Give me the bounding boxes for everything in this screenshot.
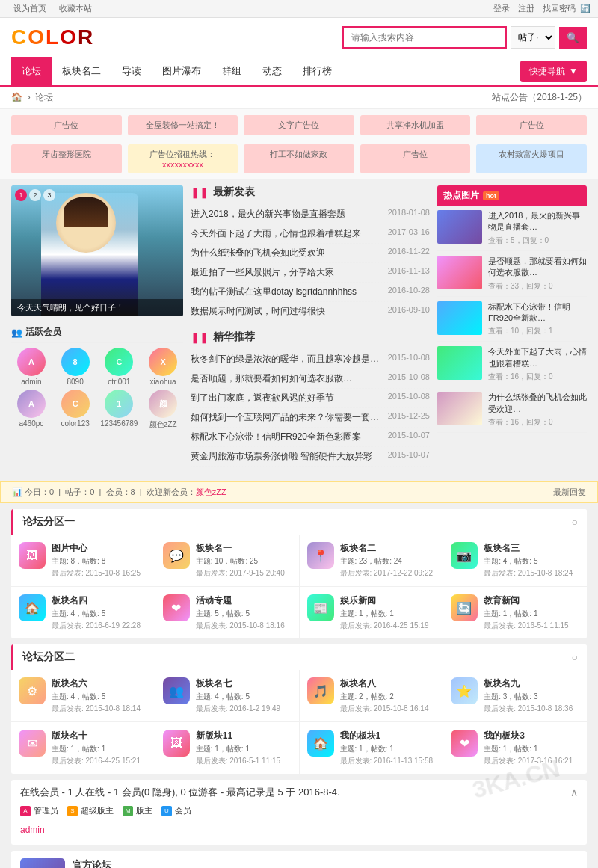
forum-item-3[interactable]: 📷 板块名三 主题: 4，帖数: 5 最后发表: 2015-10-8 18:24 (443, 535, 587, 586)
member-a460pc[interactable]: A a460pc (11, 390, 52, 430)
member-ctrl001[interactable]: C ctrl001 (99, 348, 140, 386)
hot-title-3[interactable]: 标配水下心泳带！信明FR920全新款… (488, 301, 587, 324)
forum-item-activity[interactable]: ❤ 活动专题 主题: 5，帖数: 5 最后发表: 2015-10-8 18:16 (155, 587, 299, 638)
collapse-section-2-button[interactable]: ○ (572, 651, 578, 663)
banner-dot-2[interactable]: 2 (29, 189, 41, 201)
forum-item-2[interactable]: 📍 板块名二 主题: 23，帖数: 24 最后发表: 2017-12-22 09… (300, 535, 443, 586)
ad-8[interactable]: 打工不如做家政 (244, 144, 354, 173)
banner-caption: 今天天气晴朗，见个好日子！ (11, 299, 183, 316)
post-title-4[interactable]: 最近拍了一些风景照片，分享给大家 (191, 266, 380, 279)
forum-link[interactable]: 论坛 (35, 92, 53, 102)
nav-item-guide[interactable]: 导读 (111, 57, 152, 85)
post-title-2[interactable]: 今天外面下起了大雨，心情也跟着槽糕起来 (191, 227, 380, 240)
login-link[interactable]: 登录 (493, 4, 510, 13)
featured-title-5[interactable]: 标配水下心泳带！信明FR920全新色彩圈案 (191, 431, 380, 443)
hot-title-1[interactable]: 进入2018，最火的新兴事物是直播套… (488, 210, 587, 233)
member-123456789[interactable]: 1 123456789 (99, 390, 140, 430)
ad-9[interactable]: 广告位 (360, 144, 471, 173)
latest-reply-link[interactable]: 最新回复 (553, 487, 586, 498)
forum-item-1[interactable]: 💬 板块名一 主题: 10，帖数: 25 最后发表: 2017-9-15 20:… (155, 535, 299, 586)
site-notice[interactable]: 站点公告（2018-1-25） (492, 91, 587, 104)
featured-title-2[interactable]: 是否顺题，那就要看如何如何选衣服散… (191, 372, 380, 385)
post-title-1[interactable]: 进入2018，最火的新兴事物是直播套题 (191, 208, 380, 221)
left-panel: 1 2 3 今天天气晴朗，见个好日子！ 👥 活跃会员 A admin 8 809… (11, 185, 183, 475)
forum-item-myboard3[interactable]: ❤ 我的板块3 主题: 1，帖数: 1 最后发表: 2017-3-16 16:2… (443, 722, 587, 774)
search-button[interactable]: 🔍 (559, 27, 587, 49)
ad-5[interactable]: 广告位 (476, 115, 587, 135)
featured-title-6[interactable]: 黄金周旅游市场票务涨价啦 智能硬件大放异彩 (191, 450, 380, 463)
post-title-6[interactable]: 数据展示时间测试，时间过得很快 (191, 305, 380, 318)
home-icon[interactable]: 🏠 (11, 92, 22, 102)
featured-title-3[interactable]: 到了出门家庭，返夜欲风迟的好季节 (191, 392, 380, 404)
member-admin[interactable]: A admin (11, 348, 52, 386)
hot-title-4[interactable]: 今天外面下起了大雨，心情也跟着槽糕… (488, 346, 587, 369)
banner-dot-1[interactable]: 1 (15, 189, 27, 201)
quick-nav-button[interactable]: 快捷导航 ▼ (520, 61, 587, 82)
official-name[interactable]: 官方论坛 (73, 858, 578, 868)
ad-10[interactable]: 农村致富火爆项目 (476, 144, 587, 173)
ad-3[interactable]: 文字广告位 (244, 115, 354, 135)
post-item: 今天外面下起了大雨，心情也跟着槽糕起来 2017-03-16 (191, 224, 430, 244)
search-input[interactable] (342, 26, 507, 49)
nav-item-dynamic[interactable]: 动态 (252, 57, 292, 85)
ad-6[interactable]: 牙齿整形医院 (11, 144, 122, 173)
forum-item-9[interactable]: ⭐ 板块名九 主题: 3，帖数: 3 最后发表: 2015-10-8 18:36 (443, 670, 587, 721)
forum-info-3: 板块名三 主题: 4，帖数: 5 最后发表: 2015-10-8 18:24 (484, 542, 579, 579)
ad-4[interactable]: 共享净水机加盟 (360, 115, 471, 135)
search-select[interactable]: 帖子· (511, 26, 555, 49)
forum-stats-entertainment: 主题: 1，帖数: 1 (340, 609, 436, 619)
forum-item-10[interactable]: ✉ 版块名十 主题: 1，帖数: 1 最后发表: 2016-4-25 15:21 (11, 722, 155, 774)
ad-7[interactable]: 广告位招租热线：xxxxxxxxxx (128, 144, 238, 173)
member-yanzZZ[interactable]: 颜 颜色zZZ (143, 390, 183, 430)
collapse-section-1-button[interactable]: ○ (572, 516, 578, 528)
forum-stats-8: 主题: 2，帖数: 2 (340, 692, 436, 702)
forum-item-4[interactable]: 🏠 板块名四 主题: 4，帖数: 5 最后发表: 2016-6-19 22:28 (11, 587, 155, 638)
new-member-link[interactable]: 颜色zZZ (196, 487, 226, 496)
member-color123[interactable]: C color123 (55, 390, 96, 430)
post-title-3[interactable]: 为什么纸张叠的飞机会如此受欢迎 (191, 247, 380, 259)
set-homepage-link[interactable]: 设为首页 (13, 4, 46, 13)
hot-item-4: 今天外面下起了大雨，心情也跟着槽糕… 查看：16，回复：0 (437, 342, 587, 387)
admin-legend-dot: A (20, 806, 31, 816)
post-title-5[interactable]: 我的帖子测试在这里dotay isgrtdannhhhss (191, 286, 380, 298)
hot-title-5[interactable]: 为什么纸张叠的飞机会如此受欢迎… (488, 392, 587, 415)
online-user-admin[interactable]: admin (20, 825, 45, 835)
bookmark-link[interactable]: 收藏本站 (59, 4, 92, 13)
hot-item-5: 为什么纸张叠的飞机会如此受欢迎… 查看：16，回复：0 (437, 387, 587, 433)
nav-item-forum2[interactable]: 板块名二 (52, 57, 111, 85)
featured-date-1: 2015-10-08 (388, 353, 430, 366)
member-name-8090: 8090 (55, 378, 96, 386)
forum-info-4: 板块名四 主题: 4，帖数: 5 最后发表: 2016-6-19 22:28 (52, 594, 147, 631)
hot-title-2[interactable]: 是否顺题，那就要看如何如何选衣服散… (488, 256, 587, 279)
logo-r: R (78, 25, 94, 49)
forum-item-myboard1[interactable]: 🏠 我的板块1 主题: 1，帖数: 1 最后发表: 2016-11-13 15:… (300, 722, 443, 774)
forum-last-image-center: 最后发表: 2015-10-8 16:25 (52, 568, 147, 579)
right-panel: 热点图片 hot 进入2018，最火的新兴事物是直播套… 查看：5，回复：0 是… (437, 185, 587, 475)
nav-item-gallery[interactable]: 图片瀑布 (152, 57, 212, 85)
member-8090[interactable]: 8 8090 (55, 348, 96, 386)
ad-2[interactable]: 全屋装修一站搞定！ (128, 115, 238, 135)
collapse-online-button[interactable]: ∧ (570, 787, 578, 798)
featured-title-1[interactable]: 秋冬剑下的绿是浓浓的暖华，而且越寒冷越是茁茁有 (191, 353, 380, 366)
forum-item-8[interactable]: 🎵 板块名八 主题: 2，帖数: 2 最后发表: 2015-10-8 16:14 (300, 670, 443, 721)
featured-title-4[interactable]: 如何找到一个互联网产品的未来？你需要一套教学模 (191, 411, 380, 424)
hot-pics-title-text: 热点图片 (443, 189, 479, 202)
hot-meta-2: 查看：33，回复：0 (488, 281, 587, 292)
find-password-link[interactable]: 找回密码 (543, 4, 576, 13)
ad-1[interactable]: 广告位 (11, 115, 122, 135)
nav-item-ranking[interactable]: 排行榜 (292, 57, 342, 85)
nav-item-forum[interactable]: 论坛 (11, 57, 52, 85)
banner-dot-3[interactable]: 3 (43, 189, 55, 201)
forum-stats-10: 主题: 1，帖数: 1 (52, 744, 147, 754)
forum-item-11[interactable]: 🖼 新版块11 主题: 1，帖数: 1 最后发表: 2016-5-1 11:15 (155, 722, 299, 774)
forum-item-education[interactable]: 🔄 教育新闻 主题: 1，帖数: 1 最后发表: 2016-5-1 11:15 (443, 587, 587, 638)
forum-item-6[interactable]: ⚙ 版块名六 主题: 4，帖数: 5 最后发表: 2015-10-8 18:14 (11, 670, 155, 721)
forum-item-7[interactable]: 👥 板块名七 主题: 4，帖数: 5 最后发表: 2016-1-2 19:49 (155, 670, 299, 721)
register-link[interactable]: 注册 (518, 4, 534, 13)
forum-item-image-center[interactable]: 🖼 图片中心 主题: 8，帖数: 8 最后发表: 2015-10-8 16:25 (11, 535, 155, 586)
member-xiaohua[interactable]: X xiaohua (143, 348, 183, 386)
nav-item-group[interactable]: 群组 (212, 57, 252, 85)
forum-item-entertainment[interactable]: 📰 娱乐新闻 主题: 1，帖数: 1 最后发表: 2016-4-25 15:19 (300, 587, 443, 638)
hot-thumb-2 (437, 256, 482, 289)
latest-posts-title: 最新发表 (213, 185, 255, 199)
